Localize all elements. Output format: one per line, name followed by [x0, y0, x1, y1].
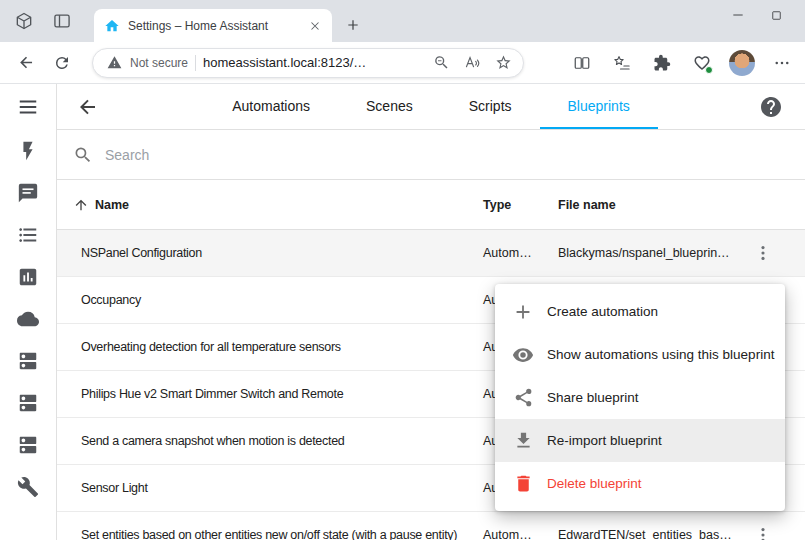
favorite-star-icon[interactable]	[491, 51, 515, 75]
column-header-type[interactable]: Type	[483, 198, 558, 212]
titlebar-left-icons	[0, 0, 82, 42]
tab-title: Settings – Home Assistant	[128, 19, 296, 33]
server-icon	[17, 350, 39, 372]
sidebar-item-device-3[interactable]	[0, 424, 56, 466]
menu-item-label: Create automation	[547, 304, 658, 319]
row-name: Overheating detection for all temperatur…	[57, 340, 483, 354]
address-bar-divider	[195, 55, 196, 71]
column-header-file[interactable]: File name	[558, 198, 741, 212]
tab-blueprints[interactable]: Blueprints	[540, 84, 658, 129]
browser-toolbar: Not secure homeassistant.local:8123/…	[0, 42, 805, 84]
tab-close-icon[interactable]	[304, 15, 326, 37]
download-icon	[511, 429, 535, 453]
table-row[interactable]: Set entities based on other entities new…	[57, 512, 805, 540]
workspaces-icon[interactable]	[12, 9, 36, 33]
row-name: Sensor Light	[57, 481, 483, 495]
vertical-tabs-icon[interactable]	[50, 9, 74, 33]
browser-essentials-icon[interactable]	[685, 46, 719, 80]
toolbar-right-icons	[565, 46, 799, 80]
window-minimize-button[interactable]	[719, 0, 757, 30]
cloud-icon	[17, 308, 39, 330]
eye-icon	[511, 343, 535, 367]
sidebar-item-device-1[interactable]	[0, 340, 56, 382]
window-close-button[interactable]	[795, 0, 805, 30]
column-header-name[interactable]: Name	[57, 197, 483, 213]
menu-item-create-automation[interactable]: Create automation	[495, 290, 785, 333]
security-label: Not secure	[130, 56, 188, 70]
row-name: Send a camera snapshot when motion is de…	[57, 434, 483, 448]
sidebar-item-history[interactable]	[0, 256, 56, 298]
menu-item-label: Re-import blueprint	[547, 433, 662, 448]
menu-item-label: Share blueprint	[547, 390, 639, 405]
read-aloud-icon[interactable]	[460, 51, 484, 75]
row-overflow-menu-icon[interactable]	[741, 243, 785, 263]
share-icon	[511, 386, 535, 410]
sidebar-item-energy[interactable]	[0, 130, 56, 172]
menu-item-delete-blueprint[interactable]: Delete blueprint	[495, 462, 785, 505]
table-row[interactable]: NSPanel Configuration Autom… Blackymas/n…	[57, 230, 805, 277]
refresh-button[interactable]	[44, 46, 80, 80]
ha-header: Automations Scenes Scripts Blueprints	[57, 84, 805, 130]
menu-item-show-automations[interactable]: Show automations using this blueprint	[495, 333, 785, 376]
sidebar-item-cloud[interactable]	[0, 298, 56, 340]
favorites-icon[interactable]	[605, 46, 639, 80]
tab-scenes[interactable]: Scenes	[338, 84, 441, 129]
menu-item-share-blueprint[interactable]: Share blueprint	[495, 376, 785, 419]
zoom-indicator-icon[interactable]	[429, 51, 453, 75]
sidebar-item-assist[interactable]	[0, 172, 56, 214]
chat-icon	[17, 182, 39, 204]
browser-tab[interactable]: Settings – Home Assistant	[94, 9, 332, 42]
browser-titlebar: Settings – Home Assistant	[0, 0, 805, 42]
browser-more-icon[interactable]	[765, 46, 799, 80]
row-file: Blackymas/nspanel_blueprin…	[558, 246, 741, 260]
sidebar-item-todo-list[interactable]	[0, 214, 56, 256]
menu-item-label: Delete blueprint	[547, 476, 642, 491]
row-file: EdwardTEN/set_entities_bas…	[558, 528, 741, 540]
extensions-icon[interactable]	[645, 46, 679, 80]
row-name: Philips Hue v2 Smart Dimmer Switch and R…	[57, 387, 483, 401]
blueprint-context-menu: Create automation Show automations using…	[495, 284, 785, 511]
sort-ascending-icon	[73, 197, 89, 213]
not-secure-warning-icon	[105, 51, 123, 75]
lightning-icon	[17, 140, 39, 162]
menu-item-label: Show automations using this blueprint	[547, 347, 774, 362]
table-header: Name Type File name	[57, 180, 805, 230]
profile-avatar[interactable]	[725, 46, 759, 80]
server-icon	[17, 434, 39, 456]
tab-scripts[interactable]: Scripts	[441, 84, 540, 129]
home-assistant-app: Automations Scenes Scripts Blueprints Se…	[0, 84, 805, 540]
address-bar[interactable]: Not secure homeassistant.local:8123/…	[92, 48, 524, 78]
home-assistant-favicon	[104, 18, 120, 34]
trash-icon	[511, 472, 535, 496]
row-type: Autom…	[483, 246, 558, 260]
url-text: homeassistant.local:8123/…	[203, 55, 422, 70]
menu-item-reimport-blueprint[interactable]: Re-import blueprint	[495, 419, 785, 462]
server-icon	[17, 392, 39, 414]
bar-chart-icon	[17, 266, 39, 288]
tab-automations[interactable]: Automations	[204, 84, 338, 129]
ha-tab-bar: Automations Scenes Scripts Blueprints	[57, 84, 805, 129]
avatar-image	[729, 50, 755, 76]
row-name: Occupancy	[57, 293, 483, 307]
list-icon	[17, 224, 39, 246]
sidebar-menu-icon[interactable]	[0, 84, 56, 130]
row-name: Set entities based on other entities new…	[57, 528, 483, 540]
split-screen-icon[interactable]	[565, 46, 599, 80]
back-button[interactable]	[8, 46, 44, 80]
status-dot	[705, 66, 713, 74]
new-tab-button[interactable]	[342, 14, 364, 36]
wrench-icon	[17, 476, 39, 498]
search-input[interactable]: Search	[57, 130, 805, 180]
window-controls	[719, 0, 805, 30]
row-overflow-menu-icon[interactable]	[741, 525, 785, 540]
ha-back-icon[interactable]	[76, 95, 100, 119]
help-icon[interactable]	[759, 95, 783, 119]
ha-sidebar	[0, 84, 57, 540]
window-maximize-button[interactable]	[757, 0, 795, 30]
row-name: NSPanel Configuration	[57, 246, 483, 260]
sidebar-item-device-2[interactable]	[0, 382, 56, 424]
row-type: Autom…	[483, 528, 558, 540]
sidebar-item-tools[interactable]	[0, 466, 56, 508]
plus-icon	[511, 300, 535, 324]
search-placeholder: Search	[105, 147, 149, 163]
